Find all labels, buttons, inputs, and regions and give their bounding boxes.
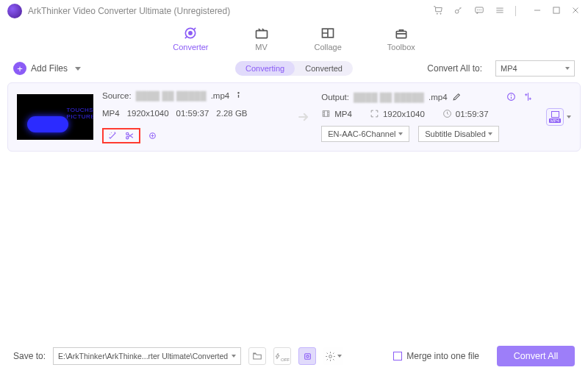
toolbox-icon: [394, 26, 409, 40]
tab-toolbox-label: Toolbox: [387, 43, 415, 51]
thumbnail-overlay-text: TOUCHS PICTURES: [67, 107, 93, 121]
enhance-icon[interactable]: [148, 131, 157, 141]
tab-mv[interactable]: MV: [254, 26, 269, 51]
hardware-accel-button[interactable]: OFF: [273, 347, 291, 365]
chevron-down-icon: [337, 355, 342, 358]
feedback-icon[interactable]: [474, 5, 484, 18]
output-extension: .mp4: [429, 93, 448, 102]
rename-pencil-icon[interactable]: [452, 92, 462, 102]
title-bar: ArkThinker Video Converter Ultimate (Unr…: [0, 0, 588, 22]
profile-wrap: MP4: [546, 108, 571, 126]
chevron-down-icon: [398, 132, 403, 135]
output-filename-blurred: ████ ██ █████: [354, 93, 424, 102]
svg-point-11: [238, 93, 239, 93]
output-selects: EN-AAC-6Channel Subtitle Disabled: [321, 126, 533, 142]
svg-point-20: [306, 355, 308, 357]
info-circle-icon[interactable]: [506, 92, 516, 102]
convert-all-format-value: MP4: [501, 64, 517, 73]
clock-icon: [442, 109, 452, 118]
output-label: Output:: [321, 93, 349, 102]
minimize-icon[interactable]: [532, 5, 542, 18]
menu-icon[interactable]: [495, 5, 505, 18]
add-files-button[interactable]: + Add Files: [13, 62, 81, 75]
maximize-icon[interactable]: [551, 5, 562, 18]
key-icon[interactable]: [453, 5, 464, 18]
svg-rect-5: [553, 7, 559, 13]
chevron-down-icon[interactable]: [567, 116, 571, 118]
compress-icon[interactable]: [523, 92, 533, 102]
add-files-label: Add Files: [31, 63, 68, 74]
output-meta: MP4 1920x1040 01:59:37: [321, 109, 533, 118]
close-icon[interactable]: [570, 5, 581, 18]
gpu-button[interactable]: [298, 347, 316, 365]
source-filename-blurred: ████ ██ █████: [136, 91, 207, 100]
toolbar: + Add Files Converting Converted Convert…: [0, 54, 588, 82]
tab-converter[interactable]: Converter: [173, 26, 208, 51]
svg-point-12: [126, 132, 129, 135]
source-row: Source: ████ ██ █████ .mp4: [102, 90, 286, 100]
file-item: TOUCHS PICTURES Source: ████ ██ █████ .m…: [7, 82, 581, 152]
main-tabs: Converter MV Collage Toolbox: [0, 22, 588, 54]
save-path-select[interactable]: E:\ArkThinker\ArkThinke...rter Ultimate\…: [53, 347, 241, 365]
video-thumbnail[interactable]: TOUCHS PICTURES: [17, 94, 93, 140]
mv-icon: [254, 26, 269, 40]
audio-track-select[interactable]: EN-AAC-6Channel: [321, 126, 409, 142]
tab-collage-label: Collage: [315, 43, 342, 51]
arrow-column: [295, 110, 312, 124]
svg-rect-19: [304, 353, 310, 359]
convert-all-button[interactable]: Convert All: [497, 346, 575, 366]
divider: [515, 6, 516, 16]
converting-tab[interactable]: Converting: [235, 61, 295, 76]
highlighted-tools: [102, 128, 140, 143]
collage-icon: [320, 26, 335, 40]
plus-icon: +: [13, 62, 26, 75]
edit-wand-icon[interactable]: [108, 131, 118, 141]
source-column: Source: ████ ██ █████ .mp4 MP4 1920x1040…: [102, 90, 286, 143]
chevron-down-icon: [488, 132, 492, 135]
merge-checkbox[interactable]: Merge into one file: [393, 351, 479, 361]
save-path-value: E:\ArkThinker\ArkThinke...rter Ultimate\…: [58, 352, 228, 360]
output-profile-button[interactable]: MP4: [546, 108, 564, 126]
output-duration: 01:59:37: [456, 110, 489, 118]
svg-point-16: [511, 95, 512, 96]
expand-icon: [370, 109, 379, 118]
tab-converter-label: Converter: [173, 43, 208, 51]
source-meta: MP4 1920x1040 01:59:37 2.28 GB: [102, 109, 286, 118]
tab-mv-label: MV: [255, 43, 268, 51]
source-extension: .mp4: [211, 91, 230, 100]
status-segment: Converting Converted: [235, 61, 353, 76]
save-to-label: Save to:: [13, 351, 46, 361]
title-tools: [433, 5, 581, 18]
output-column: Output: ████ ██ █████ .mp4 MP4 1920x1040…: [321, 92, 533, 142]
cut-scissors-icon[interactable]: [125, 131, 135, 141]
output-resolution: 1920x1040: [383, 110, 425, 118]
svg-point-0: [455, 10, 459, 13]
source-size: 2.28 GB: [216, 109, 247, 118]
open-folder-button[interactable]: [248, 347, 266, 365]
svg-rect-17: [323, 111, 329, 117]
chevron-down-icon: [565, 67, 570, 70]
convert-all-format-select[interactable]: MP4: [495, 60, 575, 77]
app-logo-icon: [7, 4, 22, 18]
checkbox-box: [393, 352, 402, 360]
film-icon: [321, 109, 331, 118]
converted-tab[interactable]: Converted: [295, 61, 353, 76]
shop-icon[interactable]: [433, 5, 443, 18]
subtitle-select[interactable]: Subtitle Disabled: [418, 126, 499, 142]
svg-point-13: [126, 137, 129, 139]
settings-button[interactable]: [323, 347, 343, 365]
info-icon[interactable]: [234, 90, 243, 100]
converter-icon: [183, 26, 198, 40]
svg-rect-10: [396, 32, 406, 38]
source-duration: 01:59:37: [176, 109, 209, 118]
chevron-down-icon: [232, 355, 236, 358]
output-row: Output: ████ ██ █████ .mp4: [321, 92, 533, 102]
app-title: ArkThinker Video Converter Ultimate (Unr…: [28, 6, 230, 16]
source-label: Source:: [102, 91, 132, 100]
chevron-down-icon: [75, 67, 81, 71]
source-format: MP4: [102, 109, 120, 118]
output-format: MP4: [334, 110, 352, 118]
tab-toolbox[interactable]: Toolbox: [387, 26, 415, 51]
tab-collage[interactable]: Collage: [315, 26, 342, 51]
svg-point-21: [329, 355, 332, 358]
